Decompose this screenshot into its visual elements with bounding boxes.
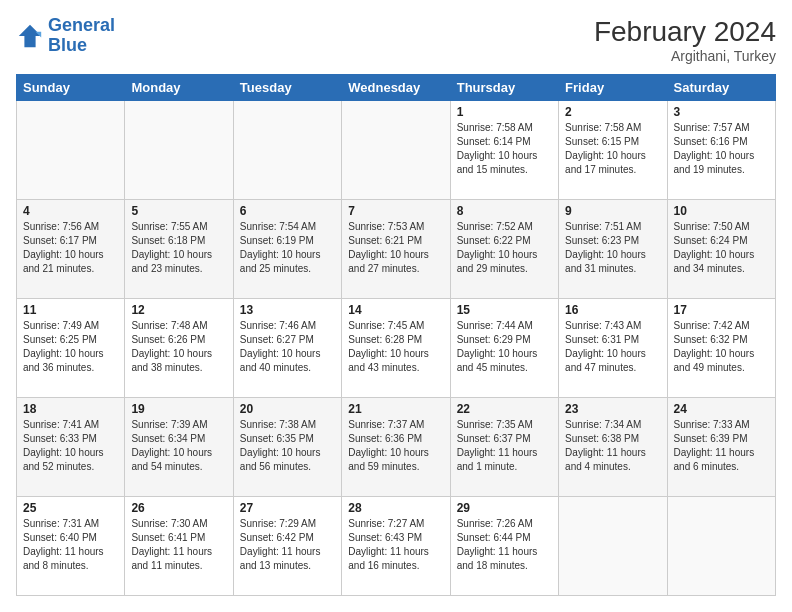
day-number: 27 — [240, 501, 335, 515]
logo: General Blue — [16, 16, 115, 56]
day-number: 26 — [131, 501, 226, 515]
table-row: 3Sunrise: 7:57 AM Sunset: 6:16 PM Daylig… — [667, 101, 775, 200]
day-number: 15 — [457, 303, 552, 317]
day-number: 1 — [457, 105, 552, 119]
day-number: 21 — [348, 402, 443, 416]
day-number: 10 — [674, 204, 769, 218]
day-number: 18 — [23, 402, 118, 416]
day-info: Sunrise: 7:38 AM Sunset: 6:35 PM Dayligh… — [240, 418, 335, 474]
table-row: 27Sunrise: 7:29 AM Sunset: 6:42 PM Dayli… — [233, 497, 341, 596]
day-info: Sunrise: 7:49 AM Sunset: 6:25 PM Dayligh… — [23, 319, 118, 375]
day-number: 23 — [565, 402, 660, 416]
day-info: Sunrise: 7:53 AM Sunset: 6:21 PM Dayligh… — [348, 220, 443, 276]
day-info: Sunrise: 7:50 AM Sunset: 6:24 PM Dayligh… — [674, 220, 769, 276]
table-row — [342, 101, 450, 200]
table-row: 16Sunrise: 7:43 AM Sunset: 6:31 PM Dayli… — [559, 299, 667, 398]
day-number: 9 — [565, 204, 660, 218]
calendar-week-1: 1Sunrise: 7:58 AM Sunset: 6:14 PM Daylig… — [17, 101, 776, 200]
logo-icon — [16, 22, 44, 50]
title-block: February 2024 Argithani, Turkey — [594, 16, 776, 64]
day-info: Sunrise: 7:51 AM Sunset: 6:23 PM Dayligh… — [565, 220, 660, 276]
table-row: 28Sunrise: 7:27 AM Sunset: 6:43 PM Dayli… — [342, 497, 450, 596]
table-row: 7Sunrise: 7:53 AM Sunset: 6:21 PM Daylig… — [342, 200, 450, 299]
table-row: 14Sunrise: 7:45 AM Sunset: 6:28 PM Dayli… — [342, 299, 450, 398]
day-info: Sunrise: 7:58 AM Sunset: 6:15 PM Dayligh… — [565, 121, 660, 177]
table-row: 11Sunrise: 7:49 AM Sunset: 6:25 PM Dayli… — [17, 299, 125, 398]
table-row: 19Sunrise: 7:39 AM Sunset: 6:34 PM Dayli… — [125, 398, 233, 497]
day-number: 14 — [348, 303, 443, 317]
table-row: 5Sunrise: 7:55 AM Sunset: 6:18 PM Daylig… — [125, 200, 233, 299]
table-row — [17, 101, 125, 200]
logo-line1: General — [48, 15, 115, 35]
table-row: 1Sunrise: 7:58 AM Sunset: 6:14 PM Daylig… — [450, 101, 558, 200]
day-info: Sunrise: 7:35 AM Sunset: 6:37 PM Dayligh… — [457, 418, 552, 474]
day-number: 7 — [348, 204, 443, 218]
day-number: 17 — [674, 303, 769, 317]
calendar-week-2: 4Sunrise: 7:56 AM Sunset: 6:17 PM Daylig… — [17, 200, 776, 299]
day-info: Sunrise: 7:29 AM Sunset: 6:42 PM Dayligh… — [240, 517, 335, 573]
day-number: 25 — [23, 501, 118, 515]
table-row: 12Sunrise: 7:48 AM Sunset: 6:26 PM Dayli… — [125, 299, 233, 398]
day-info: Sunrise: 7:27 AM Sunset: 6:43 PM Dayligh… — [348, 517, 443, 573]
table-row: 23Sunrise: 7:34 AM Sunset: 6:38 PM Dayli… — [559, 398, 667, 497]
day-info: Sunrise: 7:52 AM Sunset: 6:22 PM Dayligh… — [457, 220, 552, 276]
day-info: Sunrise: 7:34 AM Sunset: 6:38 PM Dayligh… — [565, 418, 660, 474]
day-number: 29 — [457, 501, 552, 515]
table-row — [667, 497, 775, 596]
day-number: 8 — [457, 204, 552, 218]
day-info: Sunrise: 7:55 AM Sunset: 6:18 PM Dayligh… — [131, 220, 226, 276]
day-info: Sunrise: 7:48 AM Sunset: 6:26 PM Dayligh… — [131, 319, 226, 375]
day-number: 28 — [348, 501, 443, 515]
col-saturday: Saturday — [667, 75, 775, 101]
day-info: Sunrise: 7:43 AM Sunset: 6:31 PM Dayligh… — [565, 319, 660, 375]
col-tuesday: Tuesday — [233, 75, 341, 101]
table-row: 10Sunrise: 7:50 AM Sunset: 6:24 PM Dayli… — [667, 200, 775, 299]
page: General Blue February 2024 Argithani, Tu… — [0, 0, 792, 612]
svg-marker-0 — [19, 25, 41, 47]
day-number: 20 — [240, 402, 335, 416]
logo-line2: Blue — [48, 35, 87, 55]
logo-text: General Blue — [48, 16, 115, 56]
day-info: Sunrise: 7:44 AM Sunset: 6:29 PM Dayligh… — [457, 319, 552, 375]
calendar-week-4: 18Sunrise: 7:41 AM Sunset: 6:33 PM Dayli… — [17, 398, 776, 497]
day-info: Sunrise: 7:39 AM Sunset: 6:34 PM Dayligh… — [131, 418, 226, 474]
table-row: 15Sunrise: 7:44 AM Sunset: 6:29 PM Dayli… — [450, 299, 558, 398]
col-monday: Monday — [125, 75, 233, 101]
day-number: 3 — [674, 105, 769, 119]
col-friday: Friday — [559, 75, 667, 101]
table-row — [233, 101, 341, 200]
day-info: Sunrise: 7:56 AM Sunset: 6:17 PM Dayligh… — [23, 220, 118, 276]
header: General Blue February 2024 Argithani, Tu… — [16, 16, 776, 64]
calendar-table: Sunday Monday Tuesday Wednesday Thursday… — [16, 74, 776, 596]
table-row: 24Sunrise: 7:33 AM Sunset: 6:39 PM Dayli… — [667, 398, 775, 497]
day-number: 6 — [240, 204, 335, 218]
day-info: Sunrise: 7:30 AM Sunset: 6:41 PM Dayligh… — [131, 517, 226, 573]
day-info: Sunrise: 7:31 AM Sunset: 6:40 PM Dayligh… — [23, 517, 118, 573]
day-info: Sunrise: 7:37 AM Sunset: 6:36 PM Dayligh… — [348, 418, 443, 474]
calendar-week-5: 25Sunrise: 7:31 AM Sunset: 6:40 PM Dayli… — [17, 497, 776, 596]
day-info: Sunrise: 7:46 AM Sunset: 6:27 PM Dayligh… — [240, 319, 335, 375]
day-number: 5 — [131, 204, 226, 218]
table-row: 6Sunrise: 7:54 AM Sunset: 6:19 PM Daylig… — [233, 200, 341, 299]
table-row — [559, 497, 667, 596]
table-row: 21Sunrise: 7:37 AM Sunset: 6:36 PM Dayli… — [342, 398, 450, 497]
table-row: 8Sunrise: 7:52 AM Sunset: 6:22 PM Daylig… — [450, 200, 558, 299]
table-row: 18Sunrise: 7:41 AM Sunset: 6:33 PM Dayli… — [17, 398, 125, 497]
calendar-week-3: 11Sunrise: 7:49 AM Sunset: 6:25 PM Dayli… — [17, 299, 776, 398]
main-title: February 2024 — [594, 16, 776, 48]
day-info: Sunrise: 7:45 AM Sunset: 6:28 PM Dayligh… — [348, 319, 443, 375]
day-info: Sunrise: 7:42 AM Sunset: 6:32 PM Dayligh… — [674, 319, 769, 375]
day-info: Sunrise: 7:33 AM Sunset: 6:39 PM Dayligh… — [674, 418, 769, 474]
table-row: 2Sunrise: 7:58 AM Sunset: 6:15 PM Daylig… — [559, 101, 667, 200]
col-wednesday: Wednesday — [342, 75, 450, 101]
day-info: Sunrise: 7:58 AM Sunset: 6:14 PM Dayligh… — [457, 121, 552, 177]
table-row: 20Sunrise: 7:38 AM Sunset: 6:35 PM Dayli… — [233, 398, 341, 497]
day-info: Sunrise: 7:57 AM Sunset: 6:16 PM Dayligh… — [674, 121, 769, 177]
day-number: 11 — [23, 303, 118, 317]
day-info: Sunrise: 7:26 AM Sunset: 6:44 PM Dayligh… — [457, 517, 552, 573]
day-info: Sunrise: 7:54 AM Sunset: 6:19 PM Dayligh… — [240, 220, 335, 276]
table-row: 26Sunrise: 7:30 AM Sunset: 6:41 PM Dayli… — [125, 497, 233, 596]
subtitle: Argithani, Turkey — [594, 48, 776, 64]
table-row: 9Sunrise: 7:51 AM Sunset: 6:23 PM Daylig… — [559, 200, 667, 299]
calendar-header-row: Sunday Monday Tuesday Wednesday Thursday… — [17, 75, 776, 101]
